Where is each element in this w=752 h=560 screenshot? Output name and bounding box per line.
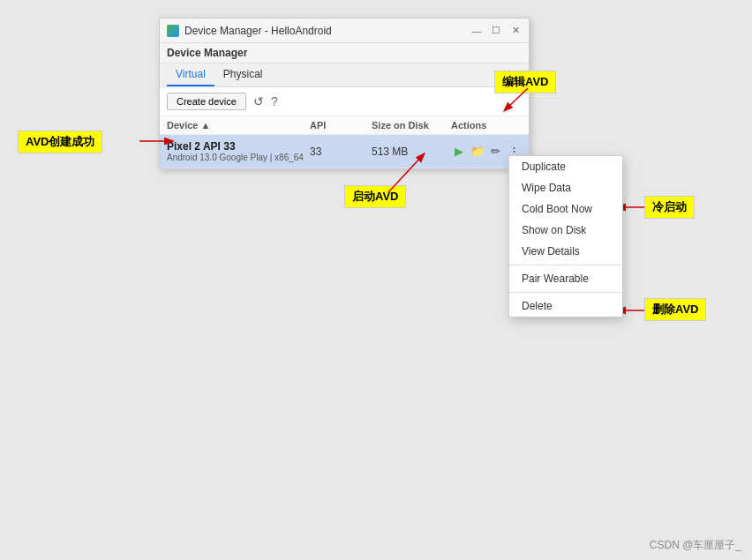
edit-button[interactable]: ✏	[488, 144, 503, 160]
header-api: API	[310, 120, 372, 131]
create-device-button[interactable]: Create device	[167, 93, 246, 110]
menu-divider	[509, 265, 622, 265]
table-row: Pixel 2 API 33 Android 13.0 Google Play …	[160, 135, 529, 168]
window-title: Device Manager - HelloAndroid	[184, 25, 332, 37]
label-avd-create-success: AVD创建成功	[18, 131, 102, 153]
header-device: Device ▲	[167, 120, 310, 131]
toolbar: Create device ↺ ?	[160, 87, 529, 116]
menu-item-delete[interactable]: Delete	[509, 295, 622, 317]
label-delete-avd: 删除AVD	[644, 298, 706, 321]
label-edit-avd: 编辑AVD	[494, 71, 556, 93]
window-titlebar: Device Manager - HelloAndroid — ☐ ✕	[160, 19, 529, 43]
watermark: CSDN @车厘厘子_	[650, 538, 741, 553]
menu-item-show-disk[interactable]: Show on Disk	[509, 220, 622, 241]
device-size: 513 MB	[372, 146, 451, 158]
menu-device-manager: Device Manager	[167, 47, 247, 59]
help-icon[interactable]: ?	[271, 94, 278, 108]
window-controls: — ☐ ✕	[470, 25, 522, 36]
menu-item-view-details[interactable]: View Details	[509, 241, 622, 262]
tab-bar: Virtual Physical	[160, 63, 529, 87]
app-icon	[167, 25, 179, 37]
menu-divider-2	[509, 292, 622, 293]
device-api: 33	[310, 146, 372, 158]
page-background: Device Manager - HelloAndroid — ☐ ✕ Devi…	[0, 0, 752, 560]
header-size: Size on Disk	[372, 120, 451, 131]
menu-item-duplicate[interactable]: Duplicate	[509, 156, 622, 177]
table-header: Device ▲ API Size on Disk Actions	[160, 116, 529, 135]
menu-bar: Device Manager	[160, 43, 529, 63]
label-cold-boot: 冷启动	[644, 196, 695, 219]
menu-item-wipe-data[interactable]: Wipe Data	[509, 177, 622, 198]
tab-virtual[interactable]: Virtual	[167, 63, 214, 86]
title-left: Device Manager - HelloAndroid	[167, 25, 332, 37]
device-manager-window: Device Manager - HelloAndroid — ☐ ✕ Devi…	[159, 18, 530, 169]
label-start-avd: 启动AVD	[344, 185, 406, 208]
maximize-button[interactable]: ☐	[490, 25, 502, 36]
folder-button[interactable]: 📁	[470, 144, 485, 160]
device-info: Pixel 2 API 33 Android 13.0 Google Play …	[167, 140, 310, 162]
play-button[interactable]: ▶	[451, 144, 466, 160]
device-sub: Android 13.0 Google Play | x86_64	[167, 153, 310, 162]
header-actions: Actions	[451, 120, 522, 131]
menu-item-pair-wearable[interactable]: Pair Wearable	[509, 268, 622, 289]
menu-item-cold-boot[interactable]: Cold Boot Now	[509, 198, 622, 220]
device-name: Pixel 2 API 33	[167, 140, 310, 153]
context-menu: Duplicate Wipe Data Cold Boot Now Show o…	[508, 155, 623, 317]
minimize-button[interactable]: —	[470, 26, 483, 36]
refresh-icon[interactable]: ↺	[253, 94, 264, 108]
close-button[interactable]: ✕	[509, 25, 522, 36]
tab-physical[interactable]: Physical	[214, 63, 272, 86]
